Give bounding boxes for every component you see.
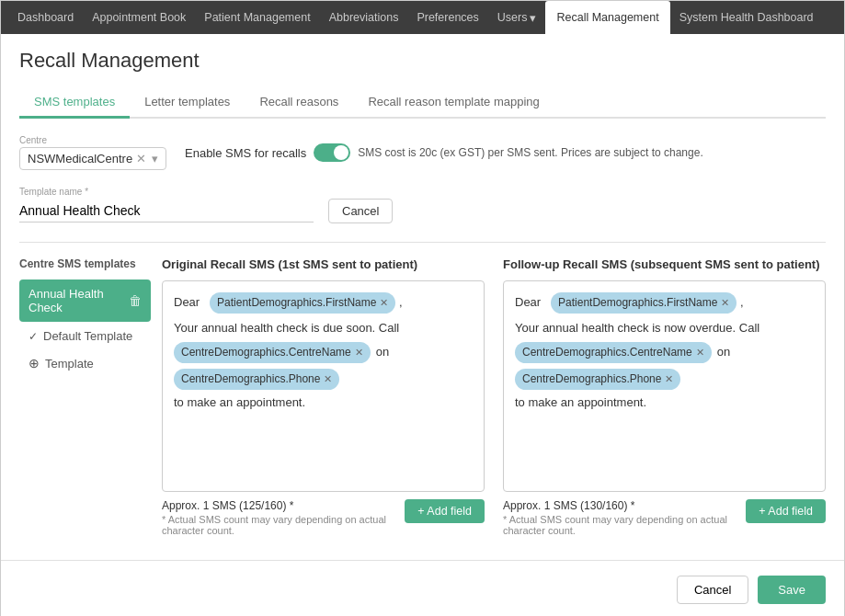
check-icon: ✓: [29, 330, 38, 343]
main-layout: Centre SMS templates Annual Health Check…: [19, 257, 826, 536]
followup-sms-line2: Your annual health check is now overdue.…: [515, 319, 814, 338]
original-sms-count-group: Approx. 1 SMS (125/160) * * Actual SMS c…: [162, 499, 405, 536]
template-name-row: Template name * Cancel: [19, 187, 826, 223]
original-sms-footer: Approx. 1 SMS (125/160) * * Actual SMS c…: [162, 499, 485, 536]
remove-tag-icon5[interactable]: ✕: [696, 345, 704, 361]
centre-value: NSWMedicalCentre: [28, 152, 132, 165]
template-name-input[interactable]: [19, 200, 314, 222]
sidebar-add-label: Template: [45, 357, 94, 371]
original-sms-line4: to make an appointment.: [174, 394, 473, 413]
tab-recall-reason-mapping[interactable]: Recall reason template mapping: [353, 87, 554, 119]
nav-recall-management[interactable]: Recall Management: [545, 1, 669, 34]
nav-system-health[interactable]: System Health Dashboard: [670, 1, 823, 34]
chevron-down-icon: ▾: [530, 11, 536, 25]
centre-label: Centre: [19, 135, 166, 145]
followup-sms-line3: CentreDemographics.CentreName ✕ on Centr…: [515, 342, 814, 390]
clear-icon[interactable]: ✕: [136, 152, 146, 165]
sms-toggle-group: Enable SMS for recalls SMS cost is 20c (…: [185, 143, 703, 162]
top-nav: Dashboard Appointment Book Patient Manag…: [1, 1, 844, 34]
followup-sms-note: * Actual SMS count may vary depending on…: [503, 514, 746, 536]
sms-info: SMS cost is 20c (ex GST) per SMS sent. P…: [358, 146, 702, 159]
centre-select[interactable]: NSWMedicalCentre ✕ ▾: [19, 147, 166, 170]
original-sms-tag-firstname: PatientDemographics.FirstName ✕: [210, 292, 395, 314]
tabs: SMS templates Letter templates Recall re…: [19, 87, 826, 119]
tab-sms-templates[interactable]: SMS templates: [19, 87, 130, 119]
sidebar-item-add-template[interactable]: ⊕ Template: [19, 350, 151, 376]
sidebar-title: Centre SMS templates: [19, 257, 151, 270]
save-button[interactable]: Save: [758, 576, 826, 604]
original-sms-tag-phone: CentreDemographics.Phone ✕: [174, 369, 339, 390]
remove-tag-icon6[interactable]: ✕: [665, 371, 673, 388]
nav-users[interactable]: Users ▾: [488, 11, 546, 25]
original-sms-count: Approx. 1 SMS (125/160) *: [162, 499, 405, 512]
nav-appointment-book[interactable]: Appointment Book: [83, 1, 195, 34]
original-sms-editor[interactable]: Dear PatientDemographics.FirstName ✕ , Y…: [162, 280, 485, 492]
followup-sms-add-field-button[interactable]: + Add field: [746, 499, 826, 523]
cancel-button[interactable]: Cancel: [677, 576, 748, 604]
followup-sms-footer: Approx. 1 SMS (130/160) * * Actual SMS c…: [503, 499, 826, 536]
sms-columns: Original Recall SMS (1st SMS sent to pat…: [162, 257, 826, 536]
original-sms-add-field-button[interactable]: + Add field: [405, 499, 485, 523]
original-sms-line2: Your annual health check is due soon. Ca…: [174, 319, 473, 338]
nav-preferences[interactable]: Preferences: [407, 1, 487, 34]
template-name-input-row: Cancel: [19, 199, 826, 223]
original-sms-column: Original Recall SMS (1st SMS sent to pat…: [162, 257, 485, 536]
followup-sms-footer-row: Approx. 1 SMS (130/160) * * Actual SMS c…: [503, 499, 826, 536]
nav-abbreviations[interactable]: Abbreviations: [320, 1, 408, 34]
app-container: Dashboard Appointment Book Patient Manag…: [0, 0, 845, 616]
tab-recall-reasons[interactable]: Recall reasons: [245, 87, 353, 119]
followup-sms-tag-centrename: CentreDemographics.CentreName ✕: [515, 342, 712, 363]
followup-sms-count-group: Approx. 1 SMS (130/160) * * Actual SMS c…: [503, 499, 746, 536]
original-sms-line1: Dear PatientDemographics.FirstName ✕ ,: [174, 292, 473, 314]
followup-sms-line4: to make an appointment.: [515, 394, 814, 413]
remove-tag-icon3[interactable]: ✕: [324, 371, 332, 388]
template-name-label: Template name *: [19, 187, 826, 197]
plus-circle-icon: ⊕: [29, 356, 40, 371]
template-name-cancel-button[interactable]: Cancel: [328, 199, 393, 223]
trash-icon[interactable]: 🗑: [129, 293, 142, 308]
tab-letter-templates[interactable]: Letter templates: [130, 87, 245, 119]
followup-sms-tag-phone: CentreDemographics.Phone ✕: [515, 369, 680, 390]
remove-tag-icon2[interactable]: ✕: [355, 345, 363, 361]
remove-tag-icon[interactable]: ✕: [380, 295, 388, 312]
page-content: Recall Management SMS templates Letter t…: [1, 34, 844, 551]
followup-sms-line1: Dear PatientDemographics.FirstName ✕ ,: [515, 292, 814, 314]
sms-toggle-label: Enable SMS for recalls: [185, 146, 306, 160]
nav-patient-management[interactable]: Patient Management: [195, 1, 319, 34]
chevron-down-icon[interactable]: ▾: [152, 152, 158, 165]
original-sms-line3: CentreDemographics.CentreName ✕ on Centr…: [174, 342, 473, 390]
followup-sms-tag-firstname: PatientDemographics.FirstName ✕: [551, 292, 737, 314]
followup-sms-count: Approx. 1 SMS (130/160) *: [503, 499, 746, 512]
nav-dashboard[interactable]: Dashboard: [8, 1, 83, 34]
followup-sms-title: Follow-up Recall SMS (subsequent SMS sen…: [503, 257, 826, 271]
sms-toggle-switch[interactable]: [314, 143, 350, 162]
sidebar-item-label: Annual Health Check: [29, 287, 129, 314]
centre-row: Centre NSWMedicalCentre ✕ ▾ Enable SMS f…: [19, 135, 826, 170]
sidebar-item-default-template[interactable]: ✓ Default Template: [19, 324, 151, 348]
followup-sms-column: Follow-up Recall SMS (subsequent SMS sen…: [503, 257, 826, 536]
centre-select-group: Centre NSWMedicalCentre ✕ ▾: [19, 135, 166, 170]
original-sms-footer-row: Approx. 1 SMS (125/160) * * Actual SMS c…: [162, 499, 485, 536]
original-sms-title: Original Recall SMS (1st SMS sent to pat…: [162, 257, 485, 271]
page-title: Recall Management: [19, 49, 826, 73]
sidebar-item-annual-health-check[interactable]: Annual Health Check 🗑: [19, 279, 151, 322]
followup-sms-editor[interactable]: Dear PatientDemographics.FirstName ✕ , Y…: [503, 280, 826, 492]
remove-tag-icon4[interactable]: ✕: [721, 295, 729, 312]
sidebar-default-label: Default Template: [43, 329, 132, 343]
sms-sidebar: Centre SMS templates Annual Health Check…: [19, 257, 162, 536]
original-sms-tag-centrename: CentreDemographics.CentreName ✕: [174, 342, 371, 363]
original-sms-note: * Actual SMS count may vary depending on…: [162, 514, 405, 536]
centre-controls: ✕ ▾: [136, 152, 158, 165]
divider: [19, 242, 826, 243]
bottom-actions: Cancel Save: [1, 560, 844, 616]
